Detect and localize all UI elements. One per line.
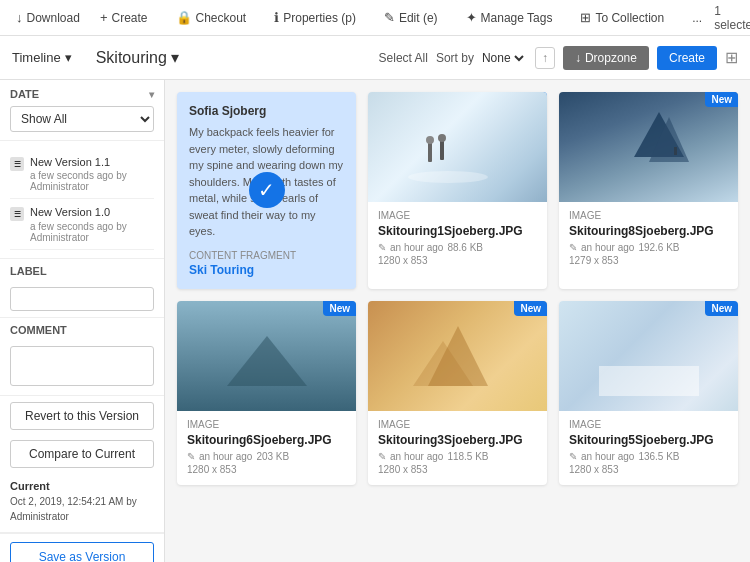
edit-icon-3: ✎ [187, 451, 195, 462]
ski-image-1 [398, 112, 498, 192]
dropzone-btn[interactable]: ↓ Dropzone [563, 46, 649, 70]
svg-marker-8 [227, 336, 307, 386]
card-meta-2: ✎ an hour ago 192.6 KB [569, 242, 728, 253]
sidebar: DATE ▾ Show All ☰ New Version 1.1 a few … [0, 80, 165, 562]
label-input[interactable] [10, 287, 154, 311]
card-dims-2: 1279 x 853 [569, 255, 728, 266]
svg-point-0 [408, 171, 488, 183]
date-section: DATE ▾ Show All [0, 80, 164, 141]
show-all-select[interactable]: Show All [10, 106, 154, 132]
svg-point-4 [438, 134, 446, 142]
edit-icon-2: ✎ [569, 242, 577, 253]
ski-image-2 [599, 107, 699, 187]
card-name: Skitouring1Sjoeberg.JPG [378, 224, 537, 238]
edit-btn[interactable]: ✎ Edit (e) [376, 6, 446, 29]
card-name-2: Skitouring8Sjoeberg.JPG [569, 224, 728, 238]
bottom-section: Save as Version Start Workflow [0, 533, 164, 562]
date-arrow-icon[interactable]: ▾ [149, 89, 154, 100]
content-fragment-card[interactable]: Sofia Sjoberg My backpack feels heavier … [177, 92, 356, 289]
select-all-btn[interactable]: Select All [379, 51, 428, 65]
new-badge-4: New [514, 301, 547, 316]
download-btn[interactable]: ↓ Download [8, 6, 88, 29]
save-version-btn[interactable]: Save as Version [10, 542, 154, 562]
card-dims-5: 1280 x 853 [569, 464, 728, 475]
comment-label: Comment [10, 324, 154, 336]
image-card-5[interactable]: New image Skitouring5Sjoeberg.JPG ✎ an h… [559, 301, 738, 485]
card-body-3: image Skitouring6Sjoeberg.JPG ✎ an hour … [177, 411, 356, 485]
svg-point-2 [426, 136, 434, 144]
image-card-4[interactable]: New image Skitouring3Sjoeberg.JPG ✎ an h… [368, 301, 547, 485]
ski-image-4 [408, 316, 508, 396]
checkout-btn[interactable]: 🔒 Checkout [168, 6, 255, 29]
to-collection-btn[interactable]: ⊞ To Collection [572, 6, 672, 29]
edit-icon: ✎ [378, 242, 386, 253]
new-badge-3: New [323, 301, 356, 316]
card-dims-3: 1280 x 853 [187, 464, 346, 475]
content-area: Sofia Sjoberg My backpack feels heavier … [165, 80, 750, 562]
label-section: Label [0, 259, 164, 318]
image-card-1[interactable]: New image Skitouring1Sjoeberg.JPG [368, 92, 547, 289]
card-meta-4: ✎ an hour ago 118.5 KB [378, 451, 537, 462]
sort-select[interactable]: None [478, 50, 527, 66]
card-type-3: image [187, 419, 346, 430]
version-item-2[interactable]: ☰ New Version 1.0 a few seconds ago by A… [10, 199, 154, 249]
secondbar-actions: Select All Sort by None ↑ ↓ Dropzone Cre… [379, 46, 738, 70]
card-body-2: image Skitouring8Sjoeberg.JPG ✎ an hour … [559, 202, 738, 276]
edit-icon: ✎ [384, 10, 395, 25]
asset-grid: Sofia Sjoberg My backpack feels heavier … [177, 92, 738, 485]
properties-btn[interactable]: ℹ Properties (p) [266, 6, 364, 29]
version-info: New Version 1.1 a few seconds ago by Adm… [30, 155, 154, 192]
svg-rect-1 [428, 142, 432, 162]
date-label: DATE ▾ [10, 88, 154, 100]
download-icon: ↓ [16, 10, 23, 25]
create-main-btn[interactable]: Create [657, 46, 717, 70]
sort-label: Sort by [436, 51, 474, 65]
card-name-3: Skitouring6Sjoeberg.JPG [187, 433, 346, 447]
fragment-value: Ski Touring [189, 263, 344, 277]
card-name-4: Skitouring3Sjoeberg.JPG [378, 433, 537, 447]
page-title: Skitouring ▾ [96, 48, 179, 67]
label-label: Label [10, 265, 154, 277]
card-meta-3: ✎ an hour ago 203 KB [187, 451, 346, 462]
chevron-down-icon: ▾ [65, 50, 72, 65]
versions-section: ☰ New Version 1.1 a few seconds ago by A… [0, 141, 164, 259]
card-type-5: image [569, 419, 728, 430]
create-btn[interactable]: + Create [92, 6, 156, 29]
more-btn[interactable]: ... [684, 7, 710, 29]
card-type-4: image [378, 419, 537, 430]
compare-btn[interactable]: Compare to Current [10, 440, 154, 468]
fragment-label: CONTENT FRAGMENT [189, 250, 344, 261]
revert-btn[interactable]: Revert to this Version [10, 402, 154, 430]
view-toggle[interactable]: ⊞ [725, 48, 738, 67]
ski-image-3 [217, 316, 317, 396]
timeline-button[interactable]: Timeline ▾ [12, 50, 72, 65]
edit-icon-4: ✎ [378, 451, 386, 462]
manage-tags-btn[interactable]: ✦ Manage Tags [458, 6, 561, 29]
new-badge-2: New [705, 92, 738, 107]
toolbar: ↓ Download + Create 🔒 Checkout ℹ Propert… [0, 0, 750, 36]
card-body-4: image Skitouring3Sjoeberg.JPG ✎ an hour … [368, 411, 547, 485]
download-icon-2: ↓ [575, 51, 581, 65]
main-container: DATE ▾ Show All ☰ New Version 1.1 a few … [0, 80, 750, 562]
comment-input[interactable] [10, 346, 154, 386]
sort-direction-btn[interactable]: ↑ [535, 47, 555, 69]
toolbar-right: 1 selected (escape) ✕ [714, 4, 750, 32]
card-body-5: image Skitouring5Sjoeberg.JPG ✎ an hour … [559, 411, 738, 485]
comment-section: Comment [0, 318, 164, 396]
card-meta: ✎ an hour ago 88.6 KB [378, 242, 537, 253]
version-icon: ☰ [10, 157, 24, 171]
svg-rect-12 [599, 366, 699, 396]
ski-image-5 [599, 316, 699, 396]
image-card-2[interactable]: New image Skitouring8Sjoeberg.JPG ✎ an h… [559, 92, 738, 289]
version-item[interactable]: ☰ New Version 1.1 a few seconds ago by A… [10, 149, 154, 199]
new-badge-5: New [705, 301, 738, 316]
lock-icon: 🔒 [176, 10, 192, 25]
card-type: image [378, 210, 537, 221]
image-card-3[interactable]: New image Skitouring6Sjoeberg.JPG ✎ an h… [177, 301, 356, 485]
version-icon-2: ☰ [10, 207, 24, 221]
card-dims-4: 1280 x 853 [378, 464, 537, 475]
card-meta-5: ✎ an hour ago 136.5 KB [569, 451, 728, 462]
info-icon: ℹ [274, 10, 279, 25]
timeline-label: Timeline [12, 50, 61, 65]
sort-group: Sort by None [436, 50, 527, 66]
